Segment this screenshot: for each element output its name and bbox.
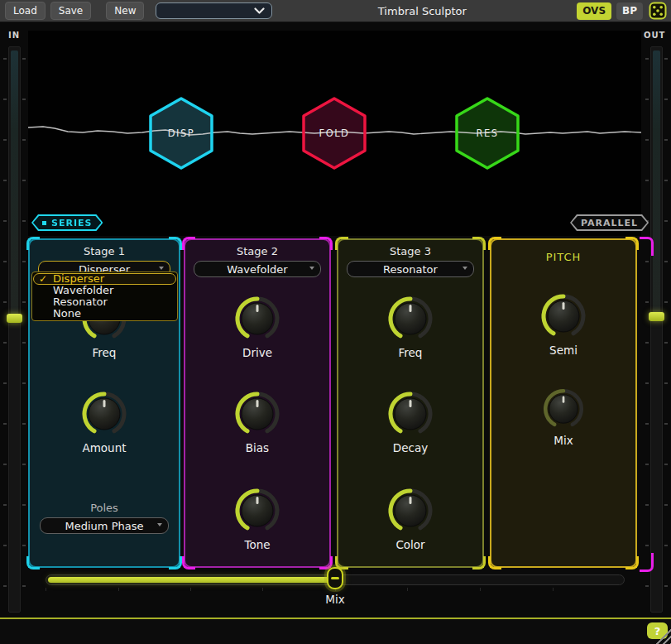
knob-label: Bias [185, 441, 329, 454]
output-gain-handle[interactable] [649, 312, 664, 321]
series-active-indicator [42, 221, 46, 225]
meter-ticks [3, 58, 7, 604]
menu-item-wavefolder[interactable]: Wavefolder [33, 285, 176, 296]
stage3-type-value: Resonator [383, 263, 438, 276]
stage2-tone-knob[interactable]: Tone [185, 484, 329, 551]
caret-down-icon [309, 267, 314, 270]
stage1-type-menu: ✓ Disperser Wavefolder Resonator None [31, 272, 178, 321]
series-label: SERIES [51, 218, 92, 228]
plugin-window: Load Save New Timbral Sculptor OVS BP IN… [0, 0, 671, 644]
plugin-title: Timbral Sculptor [272, 5, 572, 17]
meter-ticks [645, 58, 649, 604]
stage2-drive-knob[interactable]: Drive [185, 292, 329, 359]
node-label: FOLD [319, 127, 350, 139]
knob-label: Tone [185, 538, 329, 551]
signal-graph-viewport: DISP FOLD RES [28, 31, 641, 236]
new-button[interactable]: New [106, 2, 144, 20]
preset-dropdown[interactable] [156, 2, 272, 19]
knob-label: Decay [338, 441, 482, 454]
caret-down-icon [157, 523, 162, 526]
output-meter-label: OUT [644, 31, 665, 40]
node-label: DISP [168, 127, 194, 139]
output-gain-slider[interactable] [650, 46, 663, 613]
knob-label: Mix [491, 434, 635, 447]
knob-label: Drive [185, 346, 329, 359]
pitch-mix-knob[interactable]: Mix [491, 385, 635, 447]
stage3-decay-knob[interactable]: Decay [338, 387, 482, 454]
poles-label: Poles [30, 502, 179, 514]
output-meter-fill [653, 50, 660, 314]
pitch-title: PITCH [491, 251, 635, 263]
stage2-title: Stage 2 [185, 245, 329, 257]
stage2-type-select[interactable]: Wavefolder [194, 261, 321, 277]
knob-label: Freq [338, 346, 482, 359]
menu-item-label: Disperser [53, 273, 104, 285]
stage2-bias-knob[interactable]: Bias [185, 387, 329, 454]
stage1-amount-knob[interactable]: Amount [30, 387, 179, 454]
stage3-color-knob[interactable]: Color [338, 484, 482, 551]
poles-select[interactable]: Medium Phase [40, 517, 169, 534]
parallel-mode-button[interactable]: PARALLEL [570, 214, 649, 231]
load-button[interactable]: Load [5, 2, 46, 20]
meter-ticks [22, 58, 26, 604]
stage3-type-select[interactable]: Resonator [347, 261, 474, 277]
checkmark-icon: ✓ [39, 273, 53, 285]
randomize-dice-button[interactable] [649, 2, 667, 20]
menu-item-disperser[interactable]: ✓ Disperser [33, 273, 176, 285]
mix-handle[interactable] [327, 567, 343, 589]
meter-ticks [664, 58, 668, 604]
mix-fill [48, 577, 333, 583]
pitch-panel: PITCH Semi Mix [490, 238, 637, 568]
knob-label: Color [338, 538, 482, 551]
input-gain-handle[interactable] [7, 314, 22, 323]
input-gain-slider[interactable] [8, 46, 21, 613]
stage2-panel: Stage 2 Wavefolder Drive Bias [184, 238, 331, 568]
input-meter-label: IN [8, 31, 20, 40]
knob-label: Freq [30, 346, 179, 359]
bypass-toggle[interactable]: BP [616, 2, 643, 20]
menu-item-none[interactable]: None [33, 308, 176, 320]
oversampling-toggle[interactable]: OVS [577, 2, 611, 20]
node-label: RES [476, 127, 498, 139]
parallel-label: PARALLEL [581, 218, 638, 228]
stage3-panel: Stage 3 Resonator Freq Decay [337, 238, 484, 568]
series-mode-button[interactable]: SERIES [31, 214, 103, 231]
stage2-type-value: Wavefolder [227, 263, 287, 276]
chevron-down-icon [254, 7, 265, 14]
knob-label: Semi [491, 344, 635, 357]
mix-label: Mix [46, 593, 625, 606]
menu-item-resonator[interactable]: Resonator [33, 296, 176, 308]
caret-down-icon [159, 267, 164, 270]
poles-value: Medium Phase [65, 520, 144, 532]
stage1-title: Stage 1 [30, 245, 179, 257]
stage3-freq-knob[interactable]: Freq [338, 292, 482, 359]
stage3-title: Stage 3 [338, 245, 482, 257]
knob-label: Amount [30, 441, 179, 454]
pitch-semi-knob[interactable]: Semi [491, 290, 635, 357]
input-meter-fill [11, 50, 18, 315]
top-toolbar: Load Save New Timbral Sculptor OVS BP [0, 0, 671, 22]
save-button[interactable]: Save [50, 2, 91, 20]
caret-down-icon [463, 267, 467, 270]
bottom-bar [0, 619, 671, 644]
